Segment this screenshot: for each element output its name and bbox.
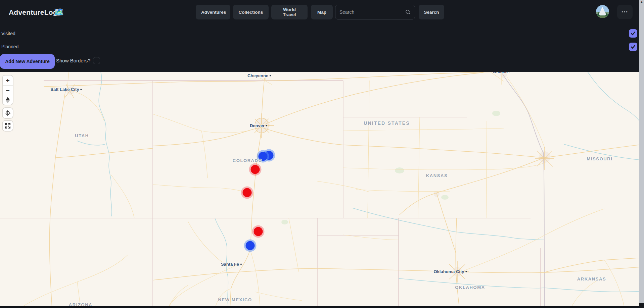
city-label: Santa Fe xyxy=(221,262,242,267)
fullscreen-button[interactable] xyxy=(3,121,13,131)
adventure-marker-red[interactable] xyxy=(251,165,260,174)
city-label: Oklahoma City xyxy=(433,269,467,274)
fullscreen-icon xyxy=(5,123,11,129)
plus-icon: + xyxy=(6,77,9,84)
city-dot xyxy=(240,263,242,265)
state-label: NEW MEXICO xyxy=(218,297,252,302)
zoom-out-button[interactable]: − xyxy=(3,85,13,95)
fullscreen-control xyxy=(3,121,13,131)
menu-ellipsis-button[interactable]: ••• xyxy=(617,5,633,19)
vertical-scrollbar[interactable]: ▲ xyxy=(639,0,644,308)
state-label: COLORADO xyxy=(233,158,263,163)
adventure-marker-red[interactable] xyxy=(254,227,263,236)
nav-adventures[interactable]: Adventures xyxy=(196,5,230,19)
city-dot xyxy=(466,271,467,272)
geolocate-icon xyxy=(5,110,11,116)
geolocate-button[interactable] xyxy=(3,108,13,118)
top-panel: AdventureLog 🗺️ Adventures Collections W… xyxy=(0,0,644,72)
search-icon xyxy=(405,9,411,15)
adventurelog-app: Salt Lake CityCheyenneOmahaDenverSanta F… xyxy=(0,0,644,308)
city-dot xyxy=(81,89,82,90)
search-input[interactable] xyxy=(335,9,405,15)
state-label: UNITED STATES xyxy=(364,120,410,126)
minus-icon: − xyxy=(6,87,9,94)
city-label: Denver xyxy=(250,123,267,128)
state-label: MISSOURI xyxy=(587,156,612,161)
app-title: AdventureLog xyxy=(9,8,57,16)
check-icon xyxy=(631,44,636,49)
state-label: KANSAS xyxy=(426,173,448,178)
avatar-image xyxy=(596,5,609,18)
add-new-adventure-button[interactable]: Add New Adventure xyxy=(0,54,55,69)
ellipsis-icon: ••• xyxy=(622,9,628,14)
compass-button[interactable] xyxy=(3,95,13,105)
scrollbar-corner xyxy=(639,303,644,308)
state-label: OKLAHOMA xyxy=(455,285,485,290)
visited-label: Visited xyxy=(1,31,15,36)
state-label: UTAH xyxy=(75,133,89,138)
search-field-wrap xyxy=(335,5,415,19)
show-borders-checkbox[interactable] xyxy=(93,57,100,64)
nav-world-travel[interactable]: World Travel xyxy=(271,5,308,19)
show-borders-label: Show Borders? xyxy=(56,58,91,63)
bottom-bar xyxy=(0,306,644,308)
geolocate-control xyxy=(3,108,13,118)
map-zoom-control: + − xyxy=(3,75,13,105)
avatar[interactable] xyxy=(596,5,609,18)
nav-map[interactable]: Map xyxy=(311,5,333,19)
adventure-marker-blue[interactable] xyxy=(246,241,255,250)
city-label: Salt Lake City xyxy=(50,87,82,92)
visited-checkbox[interactable] xyxy=(629,29,637,38)
planned-label: Planned xyxy=(1,44,18,49)
adventure-marker-red[interactable] xyxy=(243,188,252,197)
compass-icon xyxy=(6,97,10,103)
map-emoji-logo: 🗺️ xyxy=(54,7,64,17)
state-label: ARKANSAS xyxy=(577,276,606,281)
city-dot xyxy=(270,75,271,76)
scroll-up-icon[interactable]: ▲ xyxy=(639,0,644,3)
search-button[interactable]: Search xyxy=(419,5,444,19)
city-dot xyxy=(266,125,267,126)
zoom-in-button[interactable]: + xyxy=(3,75,13,85)
nav-collections[interactable]: Collections xyxy=(233,5,269,19)
check-icon xyxy=(631,31,636,36)
planned-checkbox[interactable] xyxy=(629,43,637,51)
city-label: Cheyenne xyxy=(247,73,271,78)
